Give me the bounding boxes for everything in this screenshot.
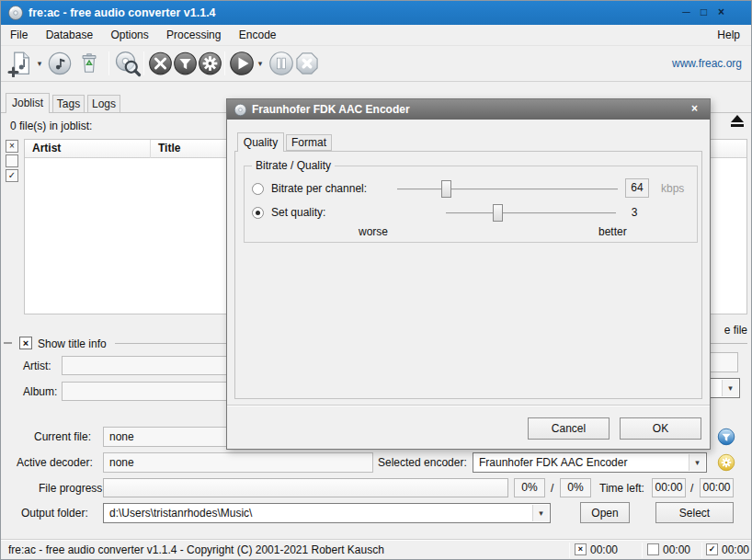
start-encoding-icon[interactable]: [229, 50, 255, 77]
percent-separator: /: [551, 482, 553, 495]
column-header-artist[interactable]: Artist: [25, 140, 151, 158]
add-files-dropdown[interactable]: [35, 59, 44, 70]
encoding-dropdown[interactable]: [256, 59, 265, 70]
bitrate-slider[interactable]: [397, 189, 618, 190]
playlist-icon[interactable]: [47, 50, 73, 77]
chevron-down-icon[interactable]: [689, 454, 705, 471]
splitter-handle[interactable]: [4, 342, 12, 344]
file-progress-label: File progress:: [39, 482, 106, 495]
configure-components-icon[interactable]: [198, 50, 222, 77]
group-title: Bitrate / Quality: [252, 159, 335, 172]
toggle-selection-button[interactable]: ✓: [6, 169, 18, 182]
toolbar-separator: [143, 51, 144, 75]
tab-logs[interactable]: Logs: [87, 95, 120, 113]
active-decoder-label: Active decoder:: [17, 456, 93, 469]
menu-file[interactable]: File: [3, 25, 35, 45]
website-link[interactable]: www.freac.org: [672, 57, 742, 70]
pause-encoding-icon[interactable]: [268, 50, 294, 77]
window-titlebar[interactable]: fre:ac - free audio converter v1.1.4 ─ □…: [1, 1, 751, 25]
quality-label[interactable]: Set quality:: [271, 206, 325, 219]
dialog-tab-quality[interactable]: Quality: [237, 132, 284, 152]
scale-better-label: better: [598, 225, 627, 238]
selected-encoder-combo[interactable]: Fraunhofer FDK AAC Encoder: [473, 452, 707, 473]
select-none-button[interactable]: [6, 154, 18, 167]
total-progress-percent: 0%: [560, 478, 591, 497]
menu-database[interactable]: Database: [39, 25, 100, 45]
bitrate-unit: kbps: [661, 182, 684, 195]
all-tracks-mark: ×: [575, 543, 587, 555]
menubar: File Database Options Processing Encode …: [1, 25, 751, 46]
encoder-config-dialog: Fraunhofer FDK AAC Encoder × Quality For…: [226, 98, 711, 450]
open-button[interactable]: Open: [580, 502, 630, 523]
menu-options[interactable]: Options: [103, 25, 155, 45]
eject-disc-icon[interactable]: [725, 113, 749, 133]
scale-worse-label: worse: [359, 225, 388, 238]
file-progress-percent: 0%: [514, 478, 545, 497]
show-title-info-checkbox[interactable]: ×: [19, 337, 32, 349]
toolbar-separator: [108, 51, 109, 75]
quality-value: 3: [625, 206, 644, 219]
statusbar-divider: [642, 543, 643, 558]
show-title-info-label[interactable]: Show title info: [38, 337, 107, 350]
bitrate-value[interactable]: 64: [625, 178, 649, 198]
bitrate-label[interactable]: Bitrate per channel:: [271, 182, 367, 195]
dialog-close-button[interactable]: ×: [687, 101, 702, 117]
selected-encoder-label: Selected encoder:: [378, 456, 467, 469]
dialog-tab-format[interactable]: Format: [286, 134, 332, 151]
current-file-label: Current file:: [34, 430, 91, 443]
clear-joblist-icon[interactable]: [77, 50, 101, 77]
selected-encoder-value: Fraunhofer FDK AAC Encoder: [479, 456, 627, 469]
clipped-label-fragment: e file: [705, 324, 747, 337]
chevron-down-icon[interactable]: [722, 380, 738, 396]
tab-joblist[interactable]: Joblist: [6, 93, 50, 113]
output-folder-value: d:\Users\tristanrhodes\Music\: [109, 507, 252, 520]
dialog-footer-separator: [227, 405, 710, 406]
maximize-button[interactable]: □: [696, 5, 712, 20]
title-info-separator-right: [707, 343, 747, 344]
select-button[interactable]: Select: [655, 502, 734, 523]
minimize-button[interactable]: ─: [678, 5, 694, 20]
time-left-value: 00:00: [652, 478, 686, 497]
stop-encoding-icon[interactable]: [294, 50, 320, 77]
decoder-status-icon: [717, 428, 735, 446]
statusbar: fre:ac - free audio converter v1.1.4 - C…: [1, 539, 751, 560]
signal-processing-icon[interactable]: [173, 50, 198, 77]
toolbar-separator: [224, 51, 225, 75]
dialog-cd-icon: [234, 103, 247, 117]
ok-button[interactable]: OK: [620, 417, 701, 440]
dialog-title: Fraunhofer FDK AAC Encoder: [252, 99, 410, 120]
bitrate-radio[interactable]: [252, 183, 264, 195]
tab-tags[interactable]: Tags: [52, 95, 85, 113]
file-progress-bar: [103, 478, 508, 497]
quality-slider[interactable]: [446, 212, 616, 214]
add-files-icon[interactable]: [6, 50, 34, 77]
dialog-titlebar[interactable]: Fraunhofer FDK AAC Encoder ×: [227, 99, 710, 120]
menu-processing[interactable]: Processing: [159, 25, 228, 45]
cancel-button[interactable]: Cancel: [528, 417, 610, 440]
select-all-button[interactable]: ×: [6, 140, 18, 153]
active-decoder-value: none: [103, 452, 373, 473]
general-settings-icon[interactable]: [148, 50, 173, 77]
selected-tracks-time: 00:00: [722, 540, 749, 560]
chevron-down-icon[interactable]: [532, 505, 549, 521]
quality-slider-thumb[interactable]: [493, 204, 503, 222]
selected-tracks-mark: ✓: [706, 543, 718, 555]
menu-help[interactable]: Help: [710, 25, 747, 45]
encoder-settings-icon[interactable]: [717, 453, 735, 472]
statusbar-text: fre:ac - free audio converter v1.1.4 - C…: [8, 540, 384, 560]
output-folder-combo[interactable]: d:\Users\tristanrhodes\Music\: [103, 503, 551, 523]
artist-label: Artist:: [23, 360, 51, 372]
statusbar-divider: [569, 543, 570, 558]
total-time-value: 00:00: [700, 478, 734, 497]
close-button[interactable]: ×: [713, 5, 729, 20]
toolbar: www.freac.org: [1, 46, 751, 82]
menu-encode[interactable]: Encode: [232, 25, 284, 45]
unselected-tracks-time: 00:00: [663, 540, 690, 560]
app-logo-cd-icon: [7, 5, 24, 21]
quality-radio[interactable]: [252, 207, 264, 219]
title-info-separator: [115, 343, 226, 344]
bitrate-slider-thumb[interactable]: [441, 180, 451, 198]
rip-cd-icon[interactable]: [114, 50, 142, 77]
window-title: fre:ac - free audio converter v1.1.4: [28, 1, 216, 25]
album-label: Album:: [23, 385, 57, 398]
